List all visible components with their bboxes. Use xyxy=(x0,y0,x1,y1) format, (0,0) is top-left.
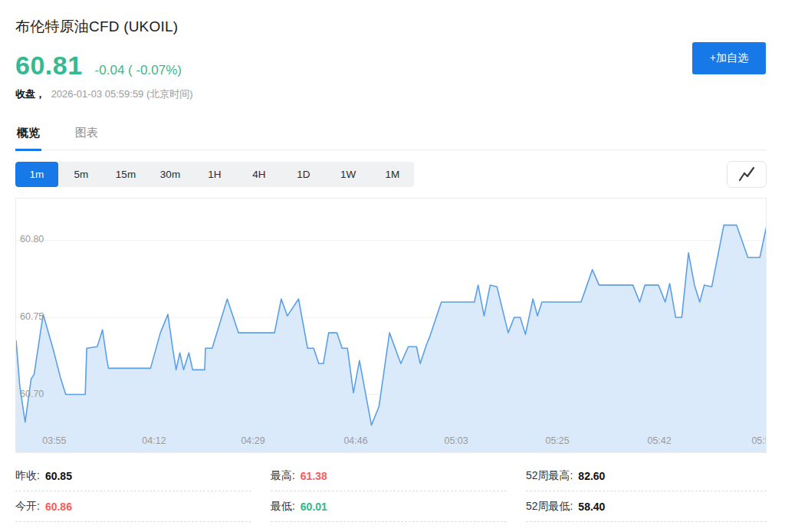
timeframe-1m-button[interactable]: 1m xyxy=(15,162,58,187)
stat-value: 61.38 xyxy=(301,470,327,482)
y-axis-tick: 60.70 xyxy=(20,389,44,399)
current-price: 60.81 xyxy=(15,51,83,80)
line-chart-icon xyxy=(735,165,758,185)
stat-cell: 昨收:60.85 xyxy=(15,461,251,491)
x-axis-tick: 05:25 xyxy=(545,435,569,446)
stat-value: 60.85 xyxy=(45,470,72,482)
tab-bar: 概览图表 xyxy=(15,120,767,150)
timeframe-bar: 1m5m15m30m1H4H1D1W1M xyxy=(15,162,414,187)
x-axis-tick: 04:29 xyxy=(241,435,264,446)
tab-overview[interactable]: 概览 xyxy=(15,120,41,149)
tab-chart[interactable]: 图表 xyxy=(74,120,100,149)
timeframe-30m-button[interactable]: 30m xyxy=(149,162,192,187)
stat-label: 52周最高: xyxy=(526,469,573,483)
stat-cell: 52周最高:82.60 xyxy=(526,461,767,491)
stat-label: 最低: xyxy=(271,500,295,514)
timeframe-1W-button[interactable]: 1W xyxy=(327,162,370,187)
market-status-label: 收盘， xyxy=(15,88,45,100)
timeframe-4H-button[interactable]: 4H xyxy=(238,162,281,187)
timeframe-1D-button[interactable]: 1D xyxy=(282,162,325,187)
quote-timestamp: 2026-01-03 05:59:59 (北京时间) xyxy=(51,88,193,100)
price-row: 60.81 -0.04 ( -0.07%) xyxy=(15,51,767,80)
timeframe-15m-button[interactable]: 15m xyxy=(104,162,147,187)
chart-type-button[interactable] xyxy=(727,161,767,188)
timeframe-row: 1m5m15m30m1H4H1D1W1M xyxy=(15,161,767,188)
stat-label: 最高: xyxy=(271,469,295,483)
x-axis-tick: 04:12 xyxy=(142,435,166,446)
stat-cell: 52周最低:58.40 xyxy=(526,491,767,522)
stats-grid: 昨收:60.85最高:61.3852周最高:82.60今开:60.86最低:60… xyxy=(15,461,767,522)
quote-page: 布伦特原油CFD (UKOIL) 60.81 -0.04 ( -0.07%) 收… xyxy=(0,0,785,532)
y-axis-tick: 60.75 xyxy=(20,311,44,322)
stat-label: 昨收: xyxy=(15,469,40,483)
page-title: 布伦特原油CFD (UKOIL) xyxy=(15,17,767,37)
stat-label: 今开: xyxy=(15,500,40,514)
x-axis-tick: 03:55 xyxy=(42,435,66,446)
x-axis-tick: 05:03 xyxy=(444,435,468,446)
price-change: -0.04 ( -0.07%) xyxy=(95,63,182,78)
stat-value: 58.40 xyxy=(578,501,605,513)
stat-value: 60.86 xyxy=(45,501,72,513)
stat-value: 82.60 xyxy=(578,470,605,482)
status-row: 收盘， 2026-01-03 05:59:59 (北京时间) xyxy=(15,87,767,101)
add-watchlist-button[interactable]: +加自选 xyxy=(692,42,766,74)
stat-cell: 最高:61.38 xyxy=(271,461,507,491)
stat-value: 60.01 xyxy=(301,501,327,513)
x-axis-tick: 04:46 xyxy=(343,435,367,446)
price-chart[interactable]: 60.8060.7560.7003:5504:1204:2904:4605:03… xyxy=(15,198,767,453)
stat-cell: 今开:60.86 xyxy=(15,491,251,522)
stat-label: 52周最低: xyxy=(526,500,573,514)
timeframe-1M-button[interactable]: 1M xyxy=(371,162,414,187)
timeframe-5m-button[interactable]: 5m xyxy=(60,162,103,187)
timeframe-1H-button[interactable]: 1H xyxy=(193,162,236,187)
stat-cell: 最低:60.01 xyxy=(271,491,507,522)
y-axis-tick: 60.80 xyxy=(20,234,44,245)
x-axis-tick: 05:42 xyxy=(647,435,671,446)
chart-canvas[interactable] xyxy=(16,199,767,452)
x-axis-tick: 05:59 xyxy=(751,435,767,446)
